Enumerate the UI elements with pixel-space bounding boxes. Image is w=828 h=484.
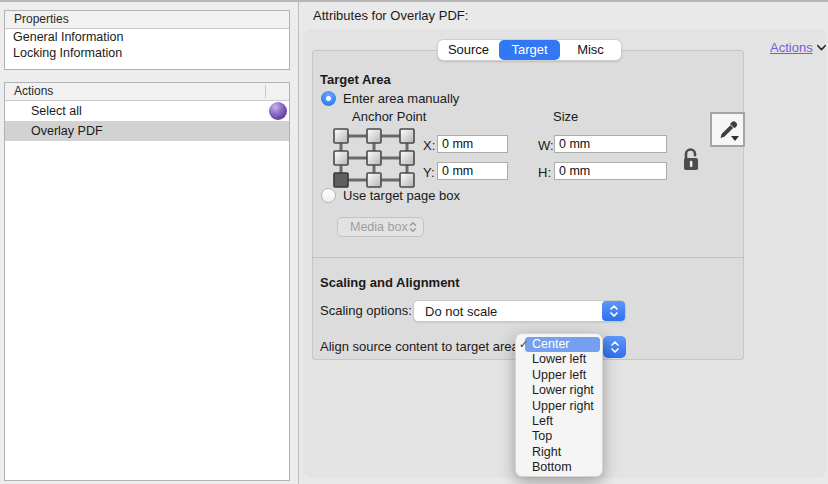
stepper-chevrons-icon — [609, 339, 621, 355]
align-source-label: Align source content to target area at: — [320, 339, 537, 354]
radio-on-icon — [321, 91, 336, 106]
stepper-chevrons-icon — [408, 220, 418, 234]
anchor-point-grid[interactable] — [333, 128, 415, 188]
checkmark-icon: ✓ — [519, 337, 528, 352]
menu-item-upper-left[interactable]: Upper left — [516, 368, 602, 383]
menu-item-center[interactable]: ✓ Center — [516, 337, 602, 352]
tab-target[interactable]: Target — [499, 40, 560, 60]
radio-off-icon — [321, 188, 336, 203]
actions-header: Actions — [5, 83, 289, 101]
section-divider — [313, 257, 743, 258]
y-label: Y: — [423, 165, 435, 180]
radio-label: Use target page box — [343, 188, 460, 203]
sidebar-item-general-information[interactable]: General Information — [5, 29, 289, 45]
x-input[interactable] — [437, 135, 508, 153]
chevron-down-icon — [816, 44, 827, 52]
scaling-options-label: Scaling options: — [320, 303, 412, 318]
actions-header-label: Actions — [14, 84, 53, 98]
actions-menu-link[interactable]: Actions — [770, 40, 827, 55]
x-label: X: — [423, 138, 435, 153]
actions-header-column-divider — [265, 85, 266, 98]
properties-header-label: Properties — [14, 12, 69, 26]
properties-panel: Properties General Information Locking I… — [4, 10, 290, 70]
action-item-overlay-pdf[interactable]: Overlay PDF — [5, 121, 289, 141]
anchor-selected-bottom-left — [334, 173, 348, 187]
page-box-select-value: Media box — [338, 220, 408, 234]
menu-item-top[interactable]: Top — [516, 429, 602, 444]
h-input[interactable] — [554, 162, 667, 180]
menu-item-left[interactable]: Left — [516, 414, 602, 429]
attributes-title: Attributes for Overlay PDF: — [313, 8, 468, 23]
scaling-options-value: Do not scale — [414, 304, 602, 319]
sidebar-item-locking-information[interactable]: Locking Information — [5, 45, 289, 61]
lock-open-icon[interactable] — [679, 145, 703, 175]
w-label: W: — [538, 138, 554, 153]
properties-header: Properties — [5, 11, 289, 29]
scaling-options-select[interactable]: Do not scale — [413, 300, 626, 322]
align-options-menu: ✓ Center Lower left Upper left Lower rig… — [515, 333, 603, 477]
panel-splitter[interactable] — [298, 2, 299, 484]
attributes-tab-bar: Source Target Misc — [437, 39, 622, 61]
menu-item-right[interactable]: Right — [516, 445, 602, 460]
y-input[interactable] — [437, 162, 508, 180]
menu-item-bottom[interactable]: Bottom — [516, 460, 602, 475]
action-item-label: Overlay PDF — [31, 124, 103, 138]
stepper-chevrons-icon — [608, 303, 620, 319]
action-item-select-all[interactable]: Select all — [5, 101, 289, 121]
radio-label: Enter area manually — [343, 91, 459, 106]
size-label: Size — [553, 109, 578, 124]
radio-enter-area-manually[interactable]: Enter area manually — [321, 91, 459, 106]
radio-use-target-page-box[interactable]: Use target page box — [321, 188, 460, 203]
anchor-point-label: Anchor Point — [352, 109, 426, 124]
select-stepper-cap — [602, 301, 625, 321]
tab-source[interactable]: Source — [438, 40, 499, 60]
align-select-stepper-cap[interactable] — [603, 336, 626, 358]
page-box-select: Media box — [337, 217, 424, 237]
tab-misc[interactable]: Misc — [560, 40, 621, 60]
scaling-alignment-heading: Scaling and Alignment — [320, 275, 460, 290]
menu-item-upper-right[interactable]: Upper right — [516, 399, 602, 414]
status-sphere-icon — [269, 102, 287, 120]
menu-item-lower-left[interactable]: Lower left — [516, 352, 602, 367]
dropdown-triangle-icon — [731, 136, 739, 141]
menu-item-lower-right[interactable]: Lower right — [516, 383, 602, 398]
action-item-label: Select all — [31, 104, 82, 118]
h-label: H: — [538, 165, 551, 180]
eyedropper-button[interactable] — [710, 112, 745, 147]
w-input[interactable] — [554, 135, 667, 153]
actions-link-label[interactable]: Actions — [770, 40, 813, 55]
target-area-heading: Target Area — [320, 72, 391, 87]
actions-panel: Actions Select all Overlay PDF — [4, 82, 290, 481]
